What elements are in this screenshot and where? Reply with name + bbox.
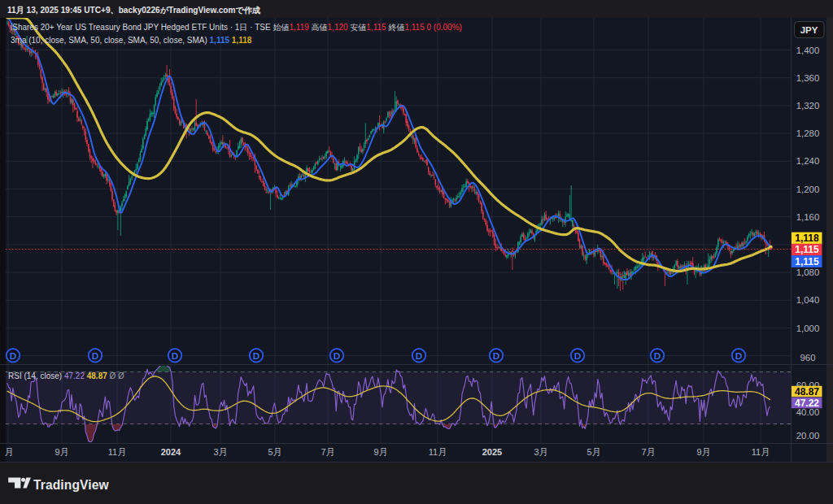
svg-text:11月: 11月 [429,447,447,457]
svg-text:40.00: 40.00 [796,407,820,417]
svg-text:1,040: 1,040 [796,295,820,305]
svg-text:D: D [334,350,341,362]
svg-text:RSI (14, close) 47.22 48.87: RSI (14, close) 47.22 48.87 Ø Ø [8,371,124,380]
svg-text:5月: 5月 [268,447,281,457]
svg-text:1,400: 1,400 [796,46,820,55]
svg-text:9月: 9月 [55,447,68,457]
svg-text:11月: 11月 [108,447,126,457]
svg-text:D: D [735,350,743,362]
svg-text:1,115: 1,115 [795,244,819,255]
svg-text:D: D [253,350,260,362]
svg-text:3月: 3月 [534,447,547,457]
svg-text:47.22: 47.22 [795,398,819,409]
svg-text:3月: 3月 [213,447,227,457]
svg-text:1,360: 1,360 [796,73,820,83]
svg-text:2025: 2025 [482,447,502,457]
svg-text:月: 月 [5,447,14,457]
svg-text:9月: 9月 [696,447,710,457]
svg-text:48.87: 48.87 [795,386,819,398]
svg-text:D: D [10,350,17,362]
svg-text:9月: 9月 [373,447,387,457]
svg-text:7月: 7月 [321,447,334,457]
svg-text:1,200: 1,200 [796,185,820,194]
svg-text:1,000: 1,000 [796,324,820,333]
svg-text:5月: 5月 [587,447,600,457]
svg-text:1,280: 1,280 [796,128,820,138]
svg-text:JPY: JPY [800,25,818,35]
svg-text:D: D [493,350,500,362]
svg-text:1,160: 1,160 [796,212,820,222]
svg-text:960: 960 [800,353,815,363]
svg-text:D: D [416,350,423,362]
svg-text:11月 13, 2025 19:45 UTC+9、backy: 11月 13, 2025 19:45 UTC+9、backy0226がTradi… [7,6,260,15]
svg-text:D: D [654,350,661,362]
svg-text:1,240: 1,240 [796,156,820,166]
svg-text:11月: 11月 [752,447,770,457]
svg-text:2024: 2024 [161,447,181,457]
svg-text:1,320: 1,320 [796,101,820,111]
svg-text:7月: 7月 [641,447,655,457]
svg-text:TradingView: TradingView [33,478,109,492]
svg-text:D: D [92,350,99,362]
svg-text:iShares 20+ Year US Treasury B: iShares 20+ Year US Treasury Bond JPY He… [11,23,462,32]
svg-text:D: D [172,350,179,362]
svg-text:1,080: 1,080 [796,267,820,277]
svg-text:20.00: 20.00 [796,431,820,441]
svg-text:1,118: 1,118 [795,232,819,244]
svg-text:D: D [574,350,582,362]
svg-text:3ma (10, close, SMA, 50, close: 3ma (10, close, SMA, 50, close, SMA, 50,… [11,36,252,45]
svg-text:1,115: 1,115 [795,256,819,267]
